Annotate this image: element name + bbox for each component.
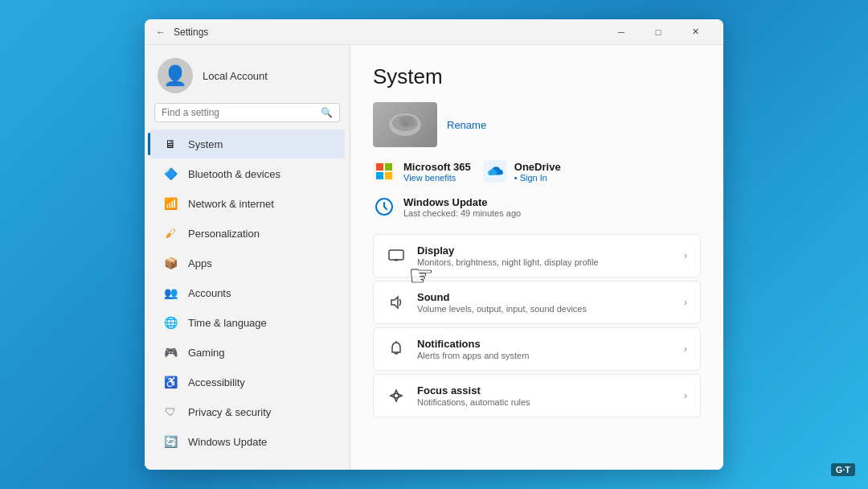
maximize-button[interactable]: □ [640,19,677,45]
svg-rect-7 [385,172,392,179]
focus-chevron: › [684,390,687,401]
sidebar-item-label: Accessibility [188,376,245,388]
microsoft365-item: Microsoft 365 View benefits [373,160,471,183]
onedrive-icon [484,160,506,183]
notifications-chevron: › [684,343,687,355]
microsoft365-icon [373,160,395,183]
device-thumbnail [373,102,437,147]
focus-title: Focus assist [417,384,673,397]
sidebar-item-personalization[interactable]: 🖌 Personalization [149,219,345,248]
apps-icon: 📦 [162,255,178,271]
microsoft365-name: Microsoft 365 [403,161,471,173]
sidebar-item-accounts[interactable]: 👥 Accounts [149,278,345,307]
search-box[interactable]: 🔍 [154,103,340,122]
sidebar-item-bluetooth[interactable]: 🔷 Bluetooth & devices [149,159,345,188]
sidebar-item-label: Bluetooth & devices [188,168,280,180]
accessibility-icon: ♿ [162,374,178,390]
sound-info: Sound Volume levels, output, input, soun… [417,291,673,314]
accounts-icon: 👥 [162,285,178,301]
sound-icon [387,293,406,312]
windows-update-icon [373,195,395,218]
display-info: Display Monitors, brightness, night ligh… [417,244,673,267]
svg-rect-4 [376,163,383,171]
settings-row-notifications[interactable]: Notifications Alerts from apps and syste… [373,327,701,371]
search-input[interactable] [162,107,316,118]
sidebar-item-label: Personalization [188,228,260,240]
notifications-icon [387,339,406,359]
time-icon: 🌐 [162,314,178,331]
display-icon [387,246,406,265]
sidebar-item-accessibility[interactable]: ♿ Accessibility [149,368,345,397]
device-image [381,109,429,141]
sidebar-item-apps[interactable]: 📦 Apps [149,249,345,277]
sound-sub: Volume levels, output, input, sound devi… [417,304,673,314]
onedrive-sub[interactable]: • Sign In [514,173,561,183]
microsoft365-info: Microsoft 365 View benefits [403,161,471,183]
title-bar: ← Settings ─ □ ✕ [145,19,723,45]
content-area: 👤 Local Account 🔍 🖥 System 🔷 Bluetooth &… [145,45,723,470]
back-button[interactable]: ← [154,26,167,39]
display-chevron: › [684,250,687,261]
search-icon: 🔍 [321,107,333,118]
network-icon: 📶 [162,195,178,212]
rename-button[interactable]: Rename [447,119,486,131]
sound-chevron: › [684,297,687,308]
focus-icon [387,386,406,405]
notifications-sub: Alerts from apps and system [417,351,673,360]
windows-update-name: Windows Update [403,196,521,208]
onedrive-item: OneDrive • Sign In [484,160,561,183]
avatar-icon: 👤 [163,64,187,87]
sidebar-item-update[interactable]: 🔄 Windows Update [149,427,345,456]
onedrive-info: OneDrive • Sign In [514,161,561,183]
settings-row-focus[interactable]: Focus assist Notifications, automatic ru… [373,374,701,417]
privacy-icon: 🛡 [162,404,178,420]
windows-update-row: Windows Update Last checked: 49 minutes … [373,195,701,218]
main-content: System Rename [350,45,723,470]
settings-window: ← Settings ─ □ ✕ 👤 Local Account 🔍 [145,19,723,470]
onedrive-name: OneDrive [514,161,561,173]
minimize-button[interactable]: ─ [603,19,640,45]
title-bar-title: Settings [174,27,596,38]
sidebar-item-label: Apps [188,257,212,269]
system-icon: 🖥 [162,136,178,152]
nav-list: 🖥 System 🔷 Bluetooth & devices 📶 Network… [145,129,350,457]
sidebar-item-gaming[interactable]: 🎮 Gaming [149,338,345,367]
settings-row-sound[interactable]: Sound Volume levels, output, input, soun… [373,281,701,324]
avatar: 👤 [158,58,193,93]
update-icon: 🔄 [162,434,178,450]
svg-point-3 [402,120,408,126]
focus-sub: Notifications, automatic rules [417,397,673,407]
notifications-title: Notifications [417,338,673,350]
sidebar-item-privacy[interactable]: 🛡 Privacy & security [149,397,345,426]
display-title: Display [417,244,673,257]
notifications-info: Notifications Alerts from apps and syste… [417,338,673,360]
sound-title: Sound [417,291,673,303]
sidebar-item-system[interactable]: 🖥 System [149,129,345,158]
settings-row-display[interactable]: Display Monitors, brightness, night ligh… [373,234,701,277]
sidebar-item-label: Accounts [188,287,231,299]
device-banner: Rename [373,102,701,147]
sidebar-item-network[interactable]: 📶 Network & internet [149,189,345,218]
user-name: Local Account [203,70,268,82]
svg-rect-9 [389,250,403,260]
sidebar: 👤 Local Account 🔍 🖥 System 🔷 Bluetooth &… [145,45,350,470]
watermark: G∙T [831,463,855,476]
window-controls: ─ □ ✕ [603,19,714,45]
focus-info: Focus assist Notifications, automatic ru… [417,384,673,407]
close-button[interactable]: ✕ [677,19,714,45]
personalization-icon: 🖌 [162,225,178,241]
sidebar-item-label: Windows Update [188,436,267,448]
display-sub: Monitors, brightness, night light, displ… [417,257,673,267]
svg-marker-12 [391,297,398,308]
sidebar-item-label: Time & language [188,317,267,329]
windows-update-sub: Last checked: 49 minutes ago [403,208,521,218]
sidebar-item-time[interactable]: 🌐 Time & language [149,308,345,337]
svg-rect-6 [376,172,383,179]
sidebar-item-label: Gaming [188,347,225,359]
services-row: Microsoft 365 View benefits OneDrive • S… [373,160,701,183]
page-title: System [373,64,701,89]
sidebar-item-label: System [188,138,223,150]
microsoft365-sub[interactable]: View benefits [403,173,471,183]
sidebar-item-label: Network & internet [188,198,274,210]
svg-rect-5 [385,163,392,171]
